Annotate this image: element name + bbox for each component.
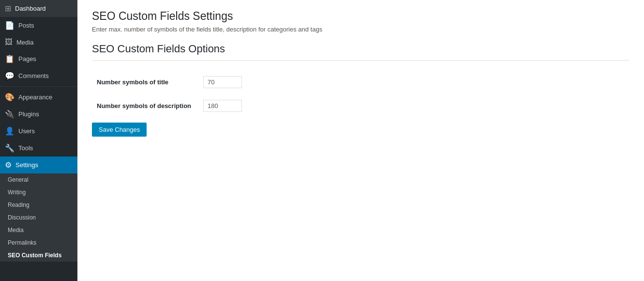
sidebar-item-label: Dashboard: [15, 5, 46, 12]
appearance-icon: 🎨: [5, 93, 15, 102]
title-symbols-input[interactable]: [203, 76, 242, 88]
sidebar-item-label: Users: [18, 127, 35, 135]
sidebar-item-label: Posts: [18, 22, 34, 29]
separator: [0, 86, 77, 87]
sidebar-item-label: Pages: [18, 55, 36, 62]
settings-submenu: General Writing Reading Discussion Media…: [0, 173, 77, 262]
sidebar-item-label: Tools: [18, 144, 33, 152]
sidebar-item-appearance[interactable]: 🎨 Appearance: [0, 89, 77, 106]
submenu-item-media[interactable]: Media: [0, 224, 77, 236]
title-symbols-label: Number symbols of title: [97, 78, 168, 86]
sidebar-item-media[interactable]: 🖼 Media: [0, 34, 77, 50]
section-title: SEO Custom Fields Options: [92, 43, 629, 61]
dashboard-icon: ⊞: [5, 4, 11, 13]
sidebar-item-label: Comments: [18, 72, 49, 79]
submenu-item-permalinks[interactable]: Permalinks: [0, 236, 77, 249]
sidebar-item-pages[interactable]: 📋 Pages: [0, 50, 77, 67]
sidebar-item-settings[interactable]: ⚙ Settings: [0, 156, 77, 173]
sidebar: ⊞ Dashboard 📄 Posts 🖼 Media 📋 Pages 💬 Co…: [0, 0, 77, 281]
comments-icon: 💬: [5, 71, 15, 80]
description-symbols-label: Number symbols of description: [97, 102, 191, 109]
submenu-item-reading[interactable]: Reading: [0, 199, 77, 211]
tools-icon: 🔧: [5, 143, 15, 153]
sidebar-item-posts[interactable]: 📄 Posts: [0, 17, 77, 34]
sidebar-item-dashboard[interactable]: ⊞ Dashboard: [0, 0, 77, 17]
sidebar-item-comments[interactable]: 💬 Comments: [0, 67, 77, 84]
sidebar-item-label: Settings: [15, 161, 38, 169]
posts-icon: 📄: [5, 21, 15, 30]
page-subtitle: Enter max. number of symbols of the fiel…: [92, 26, 629, 33]
description-symbols-input[interactable]: [203, 100, 242, 112]
pages-icon: 📋: [5, 54, 15, 63]
users-icon: 👤: [5, 126, 15, 136]
save-changes-button[interactable]: Save Changes: [92, 123, 147, 137]
sidebar-item-label: Plugins: [18, 110, 39, 118]
submenu-item-discussion[interactable]: Discussion: [0, 211, 77, 224]
submenu-item-seo-custom-fields[interactable]: SEO Custom Fields: [0, 249, 77, 262]
sidebar-item-label: Appearance: [18, 94, 52, 101]
table-row-description: Number symbols of description: [92, 94, 629, 118]
table-row-title: Number symbols of title: [92, 70, 629, 94]
page-title: SEO Custom Fields Settings: [92, 10, 629, 23]
sidebar-item-users[interactable]: 👤 Users: [0, 123, 77, 140]
plugins-icon: 🔌: [5, 109, 15, 119]
settings-icon: ⚙: [5, 160, 12, 170]
main-content: SEO Custom Fields Settings Enter max. nu…: [77, 0, 644, 281]
sidebar-item-tools[interactable]: 🔧 Tools: [0, 140, 77, 156]
sidebar-item-label: Media: [16, 39, 33, 46]
form-table: Number symbols of title Number symbols o…: [92, 70, 629, 118]
submenu-item-general[interactable]: General: [0, 173, 77, 186]
sidebar-item-plugins[interactable]: 🔌 Plugins: [0, 106, 77, 123]
submenu-item-writing[interactable]: Writing: [0, 186, 77, 199]
media-icon: 🖼: [5, 38, 13, 47]
